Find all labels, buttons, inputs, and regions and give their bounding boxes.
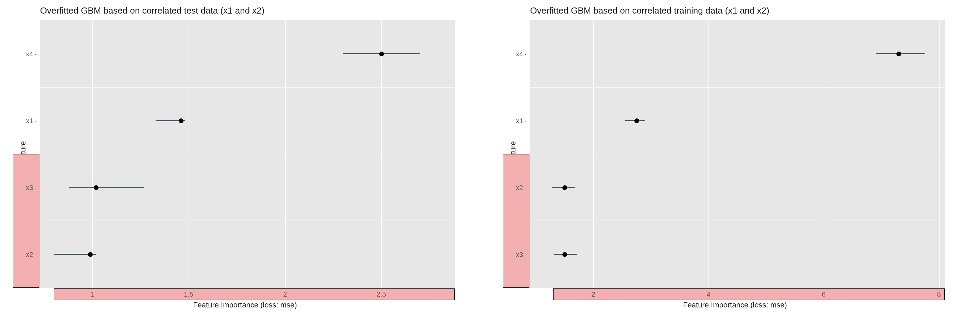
grid-h [530,220,945,221]
data-point [94,185,99,190]
x-axis-label: Feature Importance (loss: mse) [490,301,980,309]
grid-v [824,21,824,288]
data-point [635,119,639,123]
y-tick: x4- [21,50,37,58]
y-tick: x1- [21,117,37,125]
x-tick: 4 [706,290,710,298]
grid-v [285,21,286,288]
whisker [69,187,144,188]
plot-area [530,21,945,288]
highlight-x-box [553,288,945,300]
grid-h [530,87,945,87]
x-tick: 2.5 [377,290,386,298]
data-point [88,252,93,257]
x-tick: 8 [937,290,940,298]
grid-h [40,154,455,154]
grid-v [381,21,382,288]
x-tick: 2 [283,290,287,298]
chart-right: Overfitted GBM based on correlated train… [490,0,980,320]
data-point [179,119,183,123]
grid-v [708,21,709,288]
grid-v [593,21,594,288]
grid-v [92,21,93,288]
x-tick: 6 [822,290,826,298]
chart-title: Overfitted GBM based on correlated train… [530,5,769,16]
x-axis-label: Feature Importance (loss: mse) [0,301,490,309]
grid-v [939,21,940,288]
data-point [562,252,567,257]
y-tick: x3- [21,184,37,192]
data-point [896,52,901,56]
chart-left: Overfitted GBM based on correlated test … [0,0,490,320]
data-point [562,185,567,190]
data-point [379,52,384,56]
y-tick: x2- [21,250,37,258]
highlight-y-box [13,154,40,288]
x-tick: 1 [90,290,94,298]
grid-h [40,220,455,221]
y-tick: x2- [511,184,527,192]
plot-area [40,21,455,288]
x-tick: 2 [591,290,595,298]
x-tick: 1.5 [184,290,193,298]
grid-v [189,21,189,288]
y-tick: x1- [511,117,527,125]
y-tick: x4- [511,50,527,58]
highlight-y-box [503,154,530,288]
grid-h [40,87,455,87]
chart-title: Overfitted GBM based on correlated test … [40,5,264,16]
grid-h [530,154,945,154]
highlight-x-box [54,288,455,300]
y-tick: x3- [511,250,527,258]
